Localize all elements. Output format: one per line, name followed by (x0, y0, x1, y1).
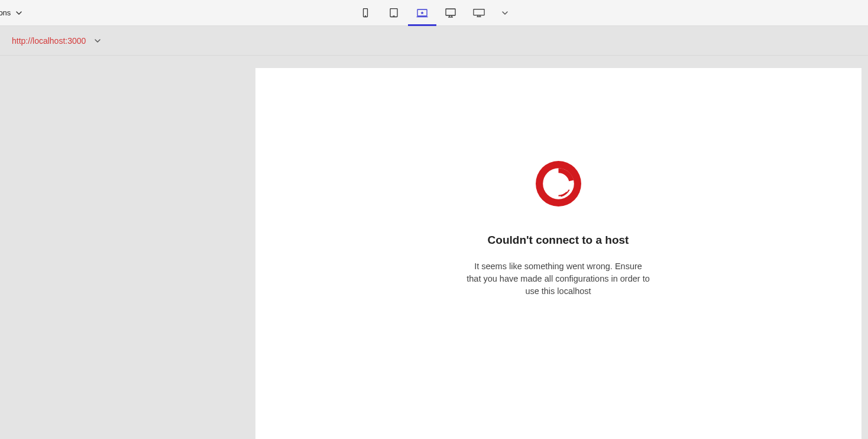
device-switcher (351, 0, 517, 26)
device-desktop-button[interactable] (436, 0, 465, 26)
svg-rect-6 (446, 9, 455, 15)
dimensions-label: sions (0, 8, 11, 17)
error-spinner-icon (535, 160, 582, 208)
svg-rect-10 (474, 9, 484, 15)
error-heading: Couldn't connect to a host (488, 234, 629, 247)
error-message: It seems like something went wrong. Ensu… (467, 260, 650, 298)
device-phone-button[interactable] (351, 0, 380, 26)
url-chevron-down-icon[interactable] (94, 37, 101, 44)
url-bar: http://localhost:3000 (0, 26, 868, 56)
toolbar-left-group: sions (0, 8, 22, 17)
content-area: Couldn't connect to a host It seems like… (0, 56, 868, 439)
top-toolbar: sions (0, 0, 868, 26)
url-text[interactable]: http://localhost:3000 (12, 36, 86, 46)
chevron-down-icon[interactable] (15, 9, 22, 17)
device-more-button[interactable] (493, 9, 517, 17)
device-laptop-starred-button[interactable] (408, 0, 436, 26)
device-desktop-wide-button[interactable] (465, 0, 493, 26)
preview-panel: Couldn't connect to a host It seems like… (255, 68, 861, 439)
device-tablet-button[interactable] (380, 0, 408, 26)
